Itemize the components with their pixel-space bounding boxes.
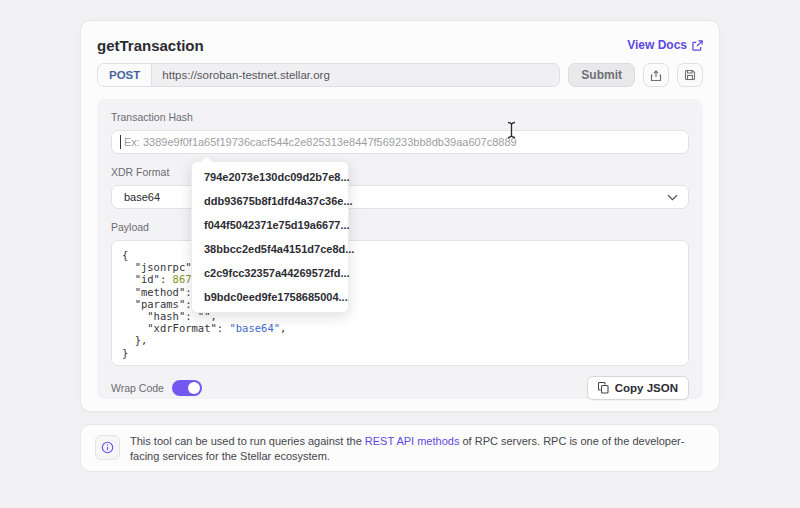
mouse-cursor-ibeam [506,121,517,143]
xdr-format-value: base64 [124,191,160,203]
card-header: getTransaction View Docs [97,35,703,55]
hash-suggestion-item[interactable]: c2c9fcc32357a44269572fd... [192,261,348,285]
request-row: POST Submit [97,63,703,87]
http-method-badge: POST [98,64,152,86]
transaction-hash-field: 794e2073e130dc09d2b7e8...ddb93675b8f1dfd… [111,130,689,154]
request-url-group: POST [97,63,560,87]
copy-icon [598,382,609,394]
hash-suggestion-item[interactable]: b9bdc0eed9fe1758685004... [192,285,348,309]
save-button[interactable] [677,63,703,87]
code-line: }, [122,334,678,346]
toggle-knob [188,382,200,394]
info-icon [95,435,120,460]
view-docs-label: View Docs [627,38,687,52]
page: getTransaction View Docs POST Submit [0,0,800,508]
api-explorer-card: getTransaction View Docs POST Submit [80,20,720,412]
hash-suggestion-item[interactable]: f044f5042371e75d19a6677... [192,213,348,237]
save-icon [684,69,696,81]
info-note-text: This tool can be used to run queries aga… [130,434,705,464]
code-line: } [122,347,678,359]
external-link-icon [692,40,703,51]
hash-suggestion-item[interactable]: 794e2073e130dc09d2b7e8... [192,165,348,189]
wrap-code-label: Wrap Code [111,382,164,394]
share-button[interactable] [643,63,669,87]
hash-suggestion-list: 794e2073e130dc09d2b7e8...ddb93675b8f1dfd… [192,162,348,312]
wrap-code-toggle[interactable] [172,380,202,396]
copy-json-button[interactable]: Copy JSON [587,376,689,400]
text-caret [120,135,121,149]
rpc-url-input[interactable] [152,64,559,86]
copy-json-label: Copy JSON [615,382,678,394]
chevron-down-icon [667,194,678,201]
hash-suggestion-item[interactable]: ddb93675b8f1dfd4a37c36e... [192,189,348,213]
code-line: "xdrFormat": "base64", [122,322,678,334]
rest-api-methods-link[interactable]: REST API methods [365,435,460,447]
submit-button[interactable]: Submit [568,63,635,87]
view-docs-link[interactable]: View Docs [627,38,703,52]
hash-suggestion-item[interactable]: 38bbcc2ed5f4a4151d7ce8d... [192,237,348,261]
page-title: getTransaction [97,37,204,54]
info-note: This tool can be used to run queries aga… [80,424,720,472]
form-section: Transaction Hash 794e2073e130dc09d2b7e8.… [97,99,703,399]
transaction-hash-label: Transaction Hash [111,111,689,124]
transaction-hash-input[interactable] [111,130,689,154]
code-toolbar: Wrap Code Copy JSON [111,376,689,400]
share-icon [650,69,662,82]
hash-suggestions-dropdown: 794e2073e130dc09d2b7e8...ddb93675b8f1dfd… [191,161,349,313]
